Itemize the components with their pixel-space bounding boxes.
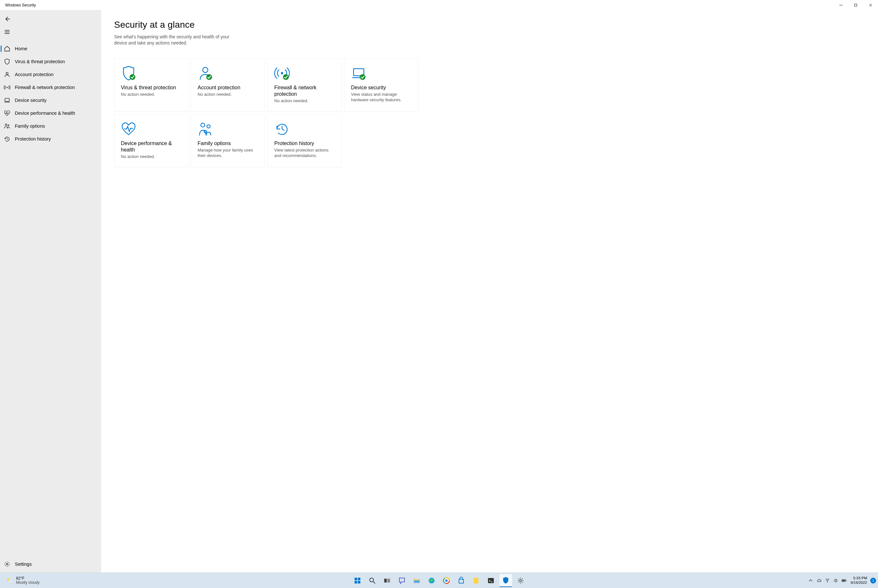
tile-family-options[interactable]: Family options Manage how your family us… (191, 114, 265, 167)
tile-virus-threat[interactable]: Virus & threat protection No action need… (114, 58, 188, 111)
sidebar-item-family[interactable]: Family options (0, 120, 101, 132)
hamburger-button[interactable] (0, 26, 101, 38)
svg-rect-33 (488, 578, 494, 583)
tile-desc: View status and manage hardware security… (351, 92, 412, 103)
svg-point-4 (5, 124, 7, 125)
main-content: Security at a glance See what's happenin… (101, 10, 878, 573)
svg-point-7 (130, 74, 135, 80)
chevron-up-icon (808, 578, 813, 583)
svg-point-31 (445, 579, 448, 582)
svg-rect-38 (842, 580, 845, 581)
svg-point-15 (207, 125, 210, 128)
svg-rect-32 (474, 578, 478, 584)
window-title: Windows Security (0, 3, 36, 8)
sidebar-item-performance[interactable]: Device performance & health (0, 107, 101, 120)
start-button[interactable] (351, 574, 364, 587)
chat-icon (398, 577, 406, 585)
svg-point-35 (827, 582, 828, 582)
sidebar-item-settings[interactable]: Settings (0, 558, 101, 571)
svg-rect-0 (855, 4, 857, 6)
chrome-icon (442, 577, 450, 585)
taskbar-settings[interactable] (514, 574, 527, 587)
shield-icon (121, 64, 181, 82)
tile-account-protection[interactable]: Account protection No action needed. (191, 58, 265, 111)
search-button[interactable] (366, 574, 379, 587)
tile-protection-history[interactable]: Protection history View latest protectio… (268, 114, 342, 167)
tray-overflow[interactable] (808, 578, 814, 584)
sidebar-item-account[interactable]: Account protection (0, 68, 101, 81)
svg-point-34 (520, 580, 521, 582)
taskbar-chrome[interactable] (440, 574, 453, 587)
tile-desc: No action needed. (121, 92, 181, 98)
svg-rect-21 (358, 581, 360, 584)
weather-temp: 82°F (16, 576, 40, 580)
taskbar-weather[interactable]: 82°F Mostly cloudy (0, 576, 40, 585)
sidebar-item-home[interactable]: Home (0, 42, 101, 55)
taskbar-windows-security[interactable] (499, 574, 512, 587)
back-button[interactable] (0, 13, 101, 26)
tray-battery[interactable] (841, 578, 847, 584)
folder-icon (413, 577, 421, 585)
laptop-icon (351, 64, 412, 82)
note-icon (472, 577, 480, 585)
tile-desc: No action needed. (121, 154, 181, 160)
sidebar-item-device-security[interactable]: Device security (0, 94, 101, 107)
taskbar-clock[interactable]: 5:33 PM 9/19/2022 (849, 576, 868, 585)
tile-grid: Virus & threat protection No action need… (114, 58, 865, 167)
sidebar-item-label: Firewall & network protection (15, 85, 75, 90)
svg-rect-24 (387, 579, 390, 582)
security-shield-icon (502, 576, 509, 584)
svg-rect-3 (5, 98, 9, 101)
tray-wifi[interactable] (824, 578, 831, 584)
svg-rect-18 (355, 578, 357, 580)
taskbar-store[interactable] (455, 574, 468, 587)
battery-icon (842, 578, 847, 583)
tray-onedrive[interactable] (816, 578, 822, 584)
task-view-button[interactable] (381, 574, 394, 587)
gear-icon (4, 561, 10, 567)
titlebar: Windows Security (0, 0, 878, 10)
terminal-icon (487, 577, 495, 585)
shield-icon (4, 58, 10, 65)
close-button[interactable] (863, 0, 878, 10)
tile-desc: No action needed. (198, 92, 258, 98)
tile-title: Protection history (274, 140, 335, 147)
sidebar-item-protection-history[interactable]: Protection history (0, 132, 101, 146)
sidebar-item-firewall[interactable]: Firewall & network protection (0, 81, 101, 94)
notification-badge[interactable]: 1 (870, 578, 876, 584)
tray-volume[interactable] (833, 578, 839, 584)
weather-icon (6, 577, 13, 585)
sidebar-item-label: Protection history (15, 136, 51, 141)
sidebar-item-label: Virus & threat protection (15, 59, 65, 64)
taskbar-edge[interactable] (425, 574, 438, 587)
page-subtitle: See what's happening with the security a… (114, 34, 243, 46)
minimize-button[interactable] (833, 0, 848, 10)
tile-firewall[interactable]: Firewall & network protection No action … (268, 58, 342, 111)
taskbar-notes[interactable] (470, 574, 482, 587)
task-view-icon (383, 577, 391, 585)
sidebar-item-label: Account protection (15, 72, 54, 77)
tile-performance-health[interactable]: Device performance & health No action ne… (114, 114, 188, 167)
svg-point-9 (206, 74, 212, 80)
sidebar-item-virus[interactable]: Virus & threat protection (0, 55, 101, 68)
svg-rect-20 (355, 581, 357, 584)
svg-point-10 (281, 72, 283, 74)
taskbar-chat[interactable] (396, 574, 408, 587)
maximize-button[interactable] (848, 0, 863, 10)
svg-point-11 (283, 74, 289, 80)
broadcast-icon (4, 84, 10, 91)
tile-device-security[interactable]: Device security View status and manage h… (344, 58, 418, 111)
svg-rect-23 (384, 579, 387, 582)
svg-point-13 (360, 74, 366, 80)
laptop-icon (4, 97, 10, 104)
tile-desc: No action needed. (274, 98, 335, 104)
sidebar-item-label: Device security (15, 98, 46, 103)
taskbar-file-explorer[interactable] (410, 574, 423, 587)
search-icon (369, 577, 376, 585)
svg-point-2 (6, 87, 7, 88)
weather-cond: Mostly cloudy (16, 580, 40, 585)
history-icon (4, 136, 10, 142)
app-body: Home Virus & threat protection Account p… (0, 10, 878, 573)
tile-desc: View latest protection actions and recom… (274, 148, 335, 159)
taskbar-terminal[interactable] (484, 574, 497, 587)
